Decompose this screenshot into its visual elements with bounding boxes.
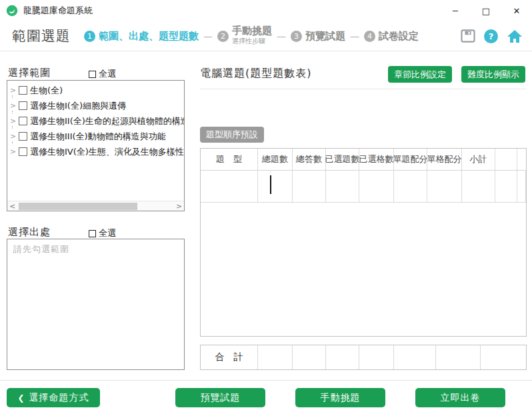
chevron-right-icon[interactable]: >: [10, 117, 19, 125]
back-button-label: 選擇命題方式: [29, 392, 89, 404]
tree-item[interactable]: > 選修生物II(全)生命的起源與植物體的構造: [7, 113, 184, 129]
range-tree: > 生物(全) > 選修生物I(全)細胞與遺傳 > 選修生物II(全)生命的起源…: [7, 81, 184, 159]
total-row: 合 計: [200, 345, 527, 370]
column-header: [495, 149, 517, 170]
step-2-number: 2: [217, 31, 229, 42]
table-header-row: 題 型 總題數 總答數 已選題數 已選格數 單題配分 單格配分 小計: [201, 149, 526, 171]
horizontal-scrollbar[interactable]: < >: [7, 201, 184, 211]
window-controls: ─ □ ✕: [440, 0, 532, 21]
chapter-ratio-button[interactable]: 章節比例設定: [388, 66, 452, 83]
question-type-table: 題 型 總題數 總答數 已選題數 已選格數 單題配分 單格配分 小計: [200, 148, 527, 337]
save-icon[interactable]: [461, 29, 475, 43]
difficulty-ratio-button[interactable]: 難度比例顯示: [461, 66, 525, 83]
computer-selection-title: 電腦選題(題型題數表): [200, 67, 311, 81]
total-cell: [359, 345, 394, 369]
table-cell[interactable]: [517, 171, 526, 202]
tree-item[interactable]: > 生物(全): [7, 83, 184, 98]
tree-item-checkbox[interactable]: [19, 147, 27, 156]
table-row[interactable]: [201, 171, 526, 203]
column-header: 單格配分: [427, 149, 462, 170]
page-header: 範圍選題 1 範圍、出處、題型題數 — 2 手動挑題 選擇性步驟 — 3 預覽試…: [0, 21, 532, 51]
step-dash: —: [203, 31, 213, 41]
step-indicator: 1 範圍、出處、題型題數 — 2 手動挑題 選擇性步驟 — 3 預覽試題 — 4…: [84, 26, 419, 46]
source-select-all-checkbox[interactable]: [89, 230, 96, 237]
step-1-label: 範圍、出處、題型題數: [99, 30, 199, 43]
column-header: 小計: [462, 149, 495, 170]
chevron-right-icon[interactable]: >: [10, 101, 19, 110]
step-3: 3 預覽試題: [291, 30, 345, 43]
generate-paper-button[interactable]: 立即出卷: [415, 388, 505, 407]
column-header: 總題數: [258, 149, 293, 170]
step-2-sublabel: 選擇性步驟: [232, 36, 272, 46]
scrollbar-thumb[interactable]: [19, 203, 137, 210]
chevron-right-icon[interactable]: >: [10, 147, 19, 156]
tree-item[interactable]: > 選修生物I(全)細胞與遺傳: [7, 98, 184, 113]
help-icon[interactable]: ?: [484, 29, 498, 43]
total-cell: [436, 345, 481, 369]
total-cell: [481, 345, 526, 369]
footer-divider: [0, 380, 532, 381]
panel-divider: [200, 89, 527, 89]
tree-item-label[interactable]: 生物(全): [30, 85, 63, 97]
source-select-all[interactable]: 全選: [89, 227, 116, 239]
tree-item-label[interactable]: 選修生物IV(全)生態、演化及生物多樣性: [30, 146, 184, 158]
minimize-button[interactable]: ─: [440, 0, 471, 21]
chevron-right-icon[interactable]: >: [10, 132, 19, 141]
maximize-button[interactable]: □: [471, 0, 501, 21]
table-cell[interactable]: [258, 171, 293, 202]
home-icon[interactable]: [507, 29, 523, 43]
range-select-all[interactable]: 全選: [89, 68, 116, 80]
tree-item[interactable]: > 選修生物III(全)動物體的構造與功能: [7, 129, 184, 144]
source-placeholder-text: 請先勾選範圍: [13, 243, 69, 255]
column-header: 題 型: [201, 149, 258, 170]
total-cell: [293, 345, 326, 369]
table-cell[interactable]: [394, 171, 427, 202]
table-cell[interactable]: [326, 171, 359, 202]
table-cell[interactable]: [462, 171, 495, 202]
step-dash: —: [277, 31, 286, 41]
step-4-label: 試卷設定: [379, 30, 419, 43]
column-header: 單題配分: [394, 149, 427, 170]
chevron-left-icon: ❮: [17, 393, 25, 403]
title-bar: 龍騰題庫命題系統 ─ □ ✕: [0, 0, 532, 21]
app-logo-icon: [6, 5, 18, 17]
chevron-right-icon[interactable]: >: [10, 86, 19, 95]
table-cell[interactable]: [201, 171, 258, 202]
range-select-all-checkbox[interactable]: [89, 71, 96, 78]
column-header: [517, 149, 526, 170]
tree-item-checkbox[interactable]: [19, 101, 27, 110]
range-select-all-label: 全選: [99, 68, 116, 80]
table-cell[interactable]: [427, 171, 462, 202]
tree-item-checkbox[interactable]: [19, 86, 27, 95]
manual-pick-button[interactable]: 手動挑題: [295, 388, 385, 407]
tree-item[interactable]: > 選修生物IV(全)生態、演化及生物多樣性: [7, 144, 184, 159]
tree-item-label[interactable]: 選修生物III(全)動物體的構造與功能: [30, 131, 166, 143]
total-cell: [258, 345, 293, 369]
step-3-label: 預覽試題: [305, 30, 345, 43]
preview-questions-button[interactable]: 預覽試題: [175, 388, 265, 407]
table-cell[interactable]: [495, 171, 517, 202]
app-window: 龍騰題庫命題系統 ─ □ ✕ 範圍選題 1 範圍、出處、題型題數 — 2 手動挑…: [0, 0, 532, 414]
range-tree-panel: > 生物(全) > 選修生物I(全)細胞與遺傳 > 選修生物II(全)生命的起源…: [7, 80, 185, 211]
step-4-number: 4: [364, 31, 375, 42]
table-cell[interactable]: [359, 171, 394, 202]
scroll-right-icon[interactable]: >: [174, 201, 184, 211]
scroll-left-icon[interactable]: <: [7, 201, 17, 211]
table-cell[interactable]: [293, 171, 326, 202]
tree-item-checkbox[interactable]: [19, 132, 27, 141]
step-3-number: 3: [291, 31, 302, 42]
step-dash: —: [350, 31, 359, 41]
column-header: 已選格數: [359, 149, 394, 170]
close-button[interactable]: ✕: [501, 0, 532, 21]
total-cell: [394, 345, 436, 369]
step-2-label: 手動挑題: [232, 26, 272, 36]
computer-selection-panel: 電腦選題(題型題數表) 章節比例設定 難度比例顯示 題型順序預設 題 型 總題數…: [200, 61, 527, 375]
tree-item-label[interactable]: 選修生物II(全)生命的起源與植物體的構造: [30, 115, 184, 127]
back-to-method-button[interactable]: ❮ 選擇命題方式: [7, 388, 100, 407]
range-section-title: 選擇範圍: [8, 67, 51, 79]
app-title: 龍騰題庫命題系統: [23, 5, 93, 17]
type-order-preset-button[interactable]: 題型順序預設: [200, 127, 264, 143]
source-select-all-label: 全選: [99, 227, 116, 239]
tree-item-checkbox[interactable]: [19, 117, 27, 125]
tree-item-label[interactable]: 選修生物I(全)細胞與遺傳: [30, 100, 126, 112]
